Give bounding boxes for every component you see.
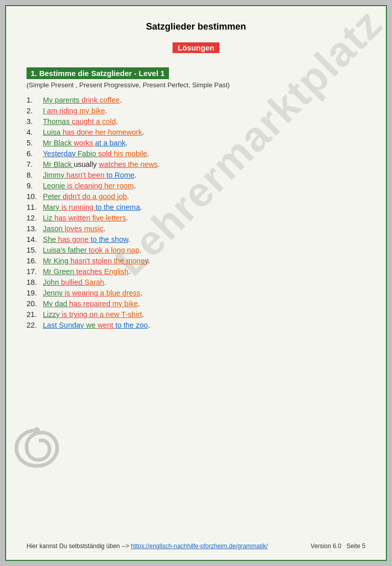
sentence-num: 19. [27,289,43,297]
sentence-part: is [62,310,69,318]
sentence-part: is [65,289,72,297]
sentence-num: 8. [27,171,43,179]
sentence-text: Mr Green teaches English. [43,267,365,276]
sentence-part: . [148,321,150,329]
sentence-part: repaired [83,300,112,308]
sentence-part: her room [104,182,134,190]
sentence-text: Yesterday Fabio sold his mobile. [43,150,365,158]
list-item: 6.Yesterday Fabio sold his mobile. [27,150,365,158]
sentence-part: a new T-shirt [100,310,142,318]
sentence-text: Luisa's father took a long nap. [43,246,365,254]
sentence-part: She [43,235,58,243]
list-item: 9.Leonie is cleaning her room. [27,182,365,190]
sentence-text: Mr King hasn't stolen the money. [43,257,365,265]
sentence-text: Peter didn't do a good job. [43,192,365,201]
sentence-part: John [43,278,61,286]
sentence-part: written [68,214,92,222]
sentence-part: . [140,203,142,211]
sentence-num: 21. [27,310,43,318]
sentence-part: cleaning [75,182,104,190]
sentence-part: gone [72,235,90,243]
sentence-num: 13. [27,225,43,233]
sentence-part: works [74,139,95,147]
sentence-num: 18. [27,278,43,286]
sentence-part: we [86,321,98,329]
sentence-part: . [128,235,130,243]
sentence-part: Luisa's father [43,246,89,254]
footer-link[interactable]: https://englisch-nachhilfe-pforzheim.de/… [131,543,267,550]
sentence-part: loves [65,225,84,233]
sentence-part: . [104,278,106,286]
list-item: 19.Jenny is wearing a blue dress. [27,289,365,297]
sentence-part: Mr Green [43,267,76,276]
sentence-part: Fabio [78,150,98,158]
sentence-text: Thomas caught a cold. [43,117,365,126]
sentence-part: a blue dress [100,289,140,297]
sentence-part: teaches [76,267,104,276]
list-item: 3.Thomas caught a cold. [27,117,365,126]
sentence-part: my bike [80,107,105,115]
sentence-text: Luisa has done her homework. [43,128,365,136]
sentence-part: his mobile [114,150,147,158]
sentence-text: Lizzy is trying on a new T-shirt. [43,310,365,318]
sentence-part: Mr King [43,257,70,265]
sentence-part: Mr Black [43,139,74,147]
sentence-part: Jenny [43,289,65,297]
list-item: 20.My dad has repaired my bike. [27,300,365,308]
sentence-part: . [129,267,131,276]
sentence-part: Liz [43,214,55,222]
sentence-part: has [58,235,72,243]
sentence-part: stolen [92,257,114,265]
sentence-part: Lizzy [43,310,62,318]
sentence-part: I [43,107,47,115]
sentence-part: . [116,117,118,126]
sentence-part: watches [99,160,128,168]
sentence-text: John bullied Sarah. [43,278,365,286]
sentence-part: . [142,310,144,318]
sentence-part: bullied [61,278,84,286]
sentence-text: I am riding my bike. [43,107,365,115]
list-item: 15.Luisa's father took a long nap. [27,246,365,254]
sentence-part: a cold [96,117,116,126]
footer-hint: Hier kannst Du selbstständig üben --> [27,543,131,550]
sentence-part: . [158,160,160,168]
sentence-part: am [47,107,59,115]
sentence-part: . [138,300,140,308]
sentence-part: riding [59,107,80,115]
sentence-text: She has gone to the show. [43,235,365,243]
list-item: 4.Luisa has done her homework. [27,128,365,136]
sentence-part: Sarah [84,278,104,286]
sentence-part: . [105,107,107,115]
sentence-num: 10. [27,192,43,201]
footer-left: Hier kannst Du selbstständig üben --> ht… [27,543,311,550]
sentence-num: 5. [27,139,43,147]
sentence-part: do [82,192,92,201]
list-item: 10.Peter didn't do a good job. [27,192,365,201]
sentence-text: Jenny is wearing a blue dress. [43,289,365,297]
sentence-part: at a bank [95,139,126,147]
sentence-part: has [63,128,77,136]
sentence-part: Thomas [43,117,71,126]
sentence-part: Yesterday [43,150,78,158]
sentence-part: drink [82,96,100,104]
sentence-part: wearing [72,289,100,297]
sentence-part: caught [71,117,96,126]
sentence-part: a good job [92,192,127,201]
sentence-part: to the cinema [95,203,140,211]
sentence-part: five letters [92,214,126,222]
sentence-part: has [69,300,83,308]
sentence-part: . [134,182,136,190]
sentence-part: a long nap [105,246,139,254]
sentence-part: is [61,203,69,211]
sentence-part: hasn't [70,257,92,265]
tenses-line: (Simple Present , Present Progressive, P… [27,81,365,89]
sentence-part: . [126,139,128,147]
list-item: 17.Mr Green teaches English. [27,267,365,276]
sentence-part: . [127,192,129,201]
sentence-part: has [55,214,68,222]
sentence-part: My parents [43,96,82,104]
sentence-part: . [147,150,149,158]
sentence-part: didn't [63,192,82,201]
sentences-list: 1.My parents drink coffee.2.I am riding … [27,96,365,329]
sentence-part: . [142,128,144,136]
